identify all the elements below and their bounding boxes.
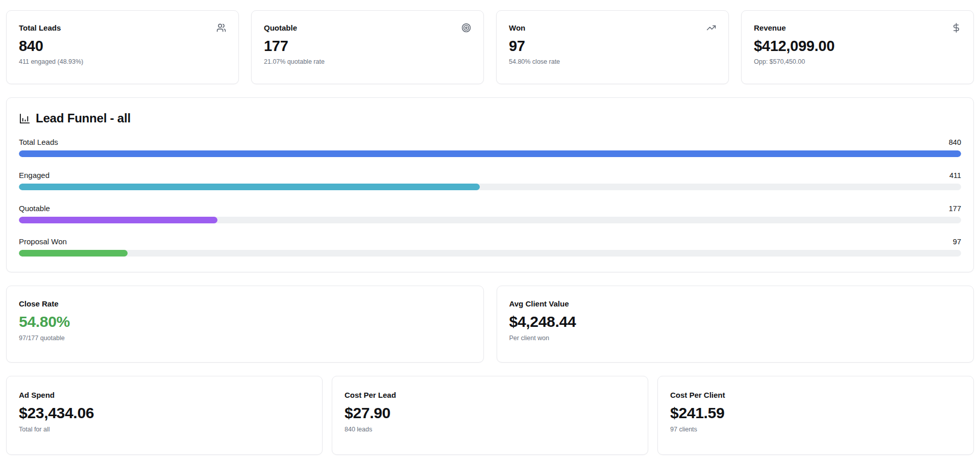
- funnel-row-engaged: Engaged 411: [19, 171, 961, 190]
- total-leads-card: Total Leads 840 411 engaged (48.93%): [6, 10, 239, 84]
- funnel-bar: [19, 217, 217, 223]
- card-title: Close Rate: [19, 299, 471, 308]
- card-subtitle: 54.80% close rate: [509, 58, 716, 65]
- card-value: $412,099.00: [754, 38, 961, 55]
- card-title: Won: [509, 23, 525, 32]
- card-value: $4,248.44: [509, 313, 962, 330]
- funnel-bar: [19, 184, 480, 190]
- revenue-card: Revenue $412,099.00 Opp: $570,450.00: [741, 10, 974, 84]
- funnel-bar-track: [19, 150, 961, 157]
- funnel-row-label: Proposal Won: [19, 237, 67, 246]
- card-value: $241.59: [670, 404, 961, 422]
- card-value: $23,434.06: [19, 404, 310, 422]
- card-subtitle: 21.07% quotable rate: [264, 58, 471, 65]
- card-subtitle: Per client won: [509, 335, 962, 342]
- card-value: $27.90: [345, 404, 635, 422]
- card-header: Won: [509, 23, 716, 33]
- dollar-icon: [951, 23, 961, 33]
- mid-stats-row: Close Rate 54.80% 97/177 quotable Avg Cl…: [6, 286, 974, 363]
- funnel-bar-track: [19, 184, 961, 190]
- cost-per-lead-card: Cost Per Lead $27.90 840 leads: [332, 376, 648, 455]
- card-value: 840: [19, 38, 226, 55]
- cost-per-client-card: Cost Per Client $241.59 97 clients: [657, 376, 974, 455]
- bar-chart-icon: [19, 113, 31, 124]
- card-subtitle: Total for all: [19, 426, 310, 433]
- funnel-row-value: 97: [953, 238, 961, 246]
- users-icon: [216, 23, 226, 33]
- card-value: 177: [264, 38, 471, 55]
- funnel-row-label: Quotable: [19, 204, 50, 213]
- card-value: 97: [509, 38, 716, 55]
- lead-funnel-card: Lead Funnel - all Total Leads 840 Engage…: [6, 97, 974, 272]
- card-header: Quotable: [264, 23, 471, 33]
- avg-client-value-card: Avg Client Value $4,248.44 Per client wo…: [497, 286, 974, 363]
- card-title: Quotable: [264, 23, 297, 32]
- won-card: Won 97 54.80% close rate: [496, 10, 729, 84]
- card-title: Ad Spend: [19, 391, 310, 399]
- card-subtitle: 97 clients: [670, 426, 961, 433]
- funnel-row-label: Total Leads: [19, 138, 58, 146]
- funnel-bar-track: [19, 217, 961, 223]
- trending-up-icon: [706, 23, 716, 33]
- target-icon: [461, 23, 471, 33]
- cost-stats-row: Ad Spend $23,434.06 Total for all Cost P…: [6, 376, 974, 455]
- card-title: Revenue: [754, 23, 786, 32]
- quotable-card: Quotable 177 21.07% quotable rate: [251, 10, 484, 84]
- funnel-row-quotable: Quotable 177: [19, 204, 961, 223]
- card-title: Avg Client Value: [509, 299, 962, 308]
- funnel-bar: [19, 150, 961, 157]
- card-title: Total Leads: [19, 23, 61, 32]
- funnel-bar-track: [19, 250, 961, 257]
- card-title: Cost Per Lead: [345, 391, 635, 399]
- dashboard-page: Total Leads 840 411 engaged (48.93%) Quo…: [0, 0, 980, 459]
- funnel-row-proposal-won: Proposal Won 97: [19, 237, 961, 257]
- card-title: Cost Per Client: [670, 391, 961, 399]
- card-subtitle: 840 leads: [345, 426, 635, 433]
- funnel-title: Lead Funnel - all: [36, 111, 131, 125]
- card-value: 54.80%: [19, 313, 471, 330]
- card-subtitle: 411 engaged (48.93%): [19, 58, 226, 65]
- kpi-stats-row: Total Leads 840 411 engaged (48.93%) Quo…: [6, 10, 974, 84]
- ad-spend-card: Ad Spend $23,434.06 Total for all: [6, 376, 323, 455]
- card-subtitle: Opp: $570,450.00: [754, 58, 961, 65]
- funnel-row-total-leads: Total Leads 840: [19, 138, 961, 157]
- funnel-row-value: 411: [949, 171, 961, 180]
- card-header: Total Leads: [19, 23, 226, 33]
- funnel-row-label: Engaged: [19, 171, 50, 180]
- card-subtitle: 97/177 quotable: [19, 335, 471, 342]
- close-rate-card: Close Rate 54.80% 97/177 quotable: [6, 286, 484, 363]
- funnel-header: Lead Funnel - all: [19, 111, 961, 125]
- funnel-row-value: 177: [949, 204, 961, 213]
- funnel-bar: [19, 250, 128, 257]
- card-header: Revenue: [754, 23, 961, 33]
- funnel-row-value: 840: [949, 138, 961, 146]
